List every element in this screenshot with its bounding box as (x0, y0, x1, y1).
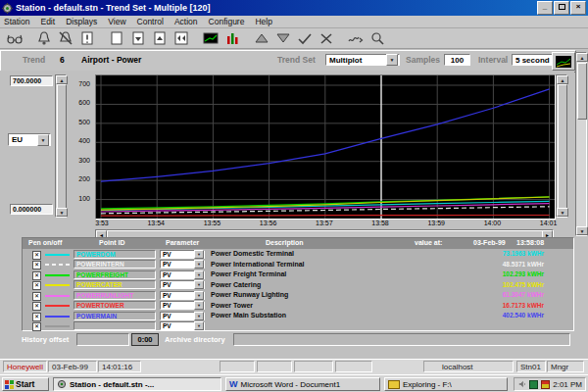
page-vertical-scrollbar[interactable]: ▲ ▼ (575, 52, 587, 236)
pen-onoff-checkbox[interactable]: ✕ (32, 322, 41, 331)
parameter-select[interactable]: PV▼ (160, 291, 205, 300)
point-id-field[interactable]: POWERFREIGHT (74, 270, 156, 279)
scroll-up-icon[interactable]: ▲ (557, 75, 568, 84)
scroll-up-icon[interactable]: ▲ (56, 75, 68, 84)
pen-value: 16.7173 kWHr (454, 302, 544, 309)
x-tick-label: 13:57 (316, 220, 333, 226)
history-offset-input[interactable] (76, 333, 129, 346)
accept-icon[interactable] (294, 29, 316, 47)
chevron-down-icon[interactable]: ▼ (194, 301, 204, 310)
start-button[interactable]: Start (2, 377, 49, 391)
check-icon: ✕ (33, 262, 40, 269)
task-station[interactable]: Station - default.stn -... (53, 377, 221, 391)
bell-icon[interactable] (33, 29, 55, 47)
y-axis-scrollbar[interactable]: ▲ ▼ (55, 74, 67, 218)
parameter-select[interactable]: PV▼ (160, 301, 205, 310)
alarm-page-icon[interactable] (76, 29, 98, 47)
chevron-down-icon[interactable]: ▼ (386, 54, 398, 66)
parameter-select[interactable]: PV▼ (160, 321, 205, 330)
page-back-icon[interactable] (171, 29, 192, 47)
pen-onoff-checkbox[interactable]: ✕ (32, 302, 41, 311)
lower-icon[interactable] (272, 29, 294, 47)
menu-station[interactable]: Station (4, 17, 29, 26)
scroll-up-icon[interactable]: ▲ (576, 53, 588, 62)
menu-view[interactable]: View (108, 17, 125, 26)
parameter-select[interactable]: PV▼ (160, 312, 205, 320)
restore-button[interactable] (554, 1, 569, 15)
zoom-icon[interactable] (367, 29, 388, 47)
trend-line-powertower (101, 216, 550, 217)
chevron-down-icon[interactable]: ▼ (194, 312, 204, 320)
scroll-down-icon[interactable]: ▼ (56, 208, 68, 217)
page-up-icon[interactable] (149, 29, 171, 47)
menu-control[interactable]: Control (137, 17, 164, 26)
chevron-down-icon[interactable]: ▼ (194, 280, 204, 289)
pen-onoff-checkbox[interactable]: ✕ (32, 251, 41, 260)
y-axis-min-field[interactable]: 0.000000 (10, 204, 53, 215)
task-word[interactable]: W Microsoft Word - Document1 (225, 377, 380, 391)
trend-plot[interactable] (95, 74, 556, 220)
point-id-field[interactable]: POWERDOM (74, 250, 156, 259)
page-icon[interactable] (106, 29, 127, 47)
scroll-thumb[interactable] (577, 63, 587, 120)
parameter-select[interactable]: PV▼ (160, 250, 205, 259)
trend-set-button[interactable] (552, 52, 575, 71)
pen-onoff-checkbox[interactable]: ✕ (32, 313, 41, 321)
point-id-field[interactable]: POWERTOWER (74, 301, 156, 310)
menu-help[interactable]: Help (255, 17, 271, 26)
trend-icon[interactable] (200, 29, 221, 47)
page-down-icon[interactable] (127, 29, 149, 47)
chevron-down-icon[interactable]: ▼ (37, 134, 49, 146)
scroll-thumb[interactable] (558, 84, 567, 210)
parameter-select[interactable]: PV▼ (160, 260, 205, 269)
glasses-icon[interactable] (4, 29, 25, 47)
point-id-field[interactable]: POWERRUNLIGHT (74, 291, 156, 300)
pen-description: Power Domestic Terminal (211, 250, 294, 257)
menu-edit[interactable]: Edit (40, 17, 55, 26)
restore-icon (559, 4, 565, 10)
tray-app-icon[interactable] (541, 380, 550, 389)
mini-trend-icon (556, 56, 571, 68)
trend-set-select[interactable]: Multiplot ▼ (325, 54, 400, 66)
point-id-field[interactable]: POWERINTERN (74, 260, 156, 269)
pen-onoff-checkbox[interactable]: ✕ (32, 271, 41, 280)
samples-field[interactable]: 100 (444, 54, 470, 66)
pen-onoff-checkbox[interactable]: ✕ (32, 292, 41, 301)
point-id-field[interactable] (74, 321, 156, 330)
pen-onoff-checkbox[interactable]: ✕ (32, 261, 41, 270)
ack-icon[interactable] (345, 29, 367, 47)
title-bar: Station - default.stn - Trend Set - Mult… (0, 0, 588, 16)
chevron-down-icon[interactable]: ▼ (194, 321, 204, 330)
point-id-field[interactable]: POWERCATER (74, 280, 156, 289)
plot-vertical-scrollbar[interactable]: ▲ ▼ (556, 74, 567, 218)
pen-style-sample (45, 316, 70, 318)
scroll-down-icon[interactable]: ▼ (576, 226, 588, 235)
chevron-down-icon[interactable]: ▼ (194, 260, 204, 269)
scroll-down-icon[interactable]: ▼ (557, 208, 568, 217)
menu-displays[interactable]: Displays (66, 17, 97, 26)
point-id-field[interactable]: POWERMAIN (74, 312, 156, 320)
pen-onoff-checkbox[interactable]: ✕ (32, 281, 41, 290)
chevron-down-icon[interactable]: ▼ (194, 250, 204, 259)
header-value-time: 13:58:08 (516, 239, 544, 246)
bar-chart-icon[interactable] (221, 29, 243, 47)
menu-configure[interactable]: Configure (209, 17, 245, 26)
menu-action[interactable]: Action (174, 17, 198, 26)
parameter-select[interactable]: PV▼ (160, 270, 205, 279)
parameter-select[interactable]: PV▼ (160, 280, 205, 289)
y-tick-label: 600 (78, 99, 90, 107)
bell-off-icon[interactable] (55, 29, 76, 47)
tray-app-icon[interactable] (529, 380, 538, 389)
raise-icon[interactable] (251, 29, 272, 47)
parameter-value: PV (161, 281, 194, 288)
minimize-button[interactable]: _ (537, 1, 553, 15)
chevron-down-icon[interactable]: ▼ (194, 270, 204, 279)
archive-directory-input[interactable] (233, 333, 570, 346)
y-axis-max-field[interactable]: 700.0000 (10, 75, 53, 86)
cancel-icon[interactable] (316, 29, 337, 47)
chevron-down-icon[interactable]: ▼ (194, 291, 204, 300)
close-button[interactable]: × (570, 1, 586, 15)
eu-select[interactable]: EU ▼ (8, 133, 51, 146)
task-explorer[interactable]: Exploring - F:\ (384, 377, 508, 391)
scroll-thumb[interactable] (57, 84, 67, 210)
